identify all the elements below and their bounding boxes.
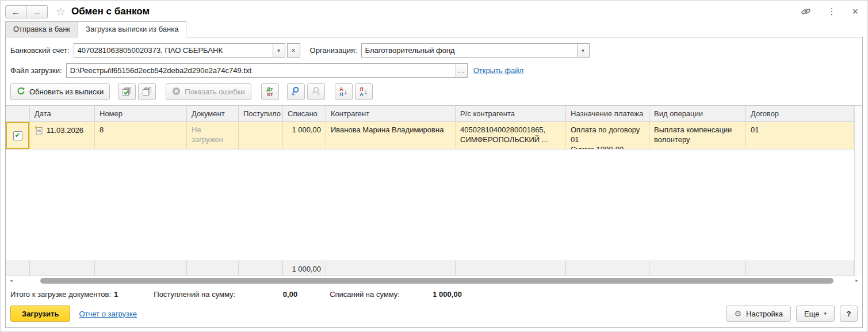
uncheck-all-button[interactable] <box>138 83 156 100</box>
row-contragent-account-cell[interactable]: 40502810400280001865, СИМФЕРОПОЛЬСКИЙ ..… <box>456 122 566 149</box>
find-button[interactable] <box>287 83 305 100</box>
totals-date-cell <box>30 261 95 276</box>
column-header-contragent[interactable]: Контрагент <box>326 106 456 121</box>
link-icon[interactable] <box>801 6 811 17</box>
more-label: Еще <box>804 310 819 318</box>
titlebar: ← → ☆ Обмен с банком ⋮ × <box>1 1 867 21</box>
organization-input[interactable] <box>362 44 577 57</box>
sort-descending-icon: Я А ↓ <box>360 87 368 97</box>
row-date-cell[interactable]: 11.03.2026 <box>30 122 95 149</box>
column-header-operation-type[interactable]: Вид операции <box>649 106 746 121</box>
accounts-field-row: Банковский счет: ▾ × Организация: ▾ <box>6 37 862 58</box>
table-empty-area <box>6 150 854 261</box>
totals-operation-cell <box>649 261 746 276</box>
bank-account-input[interactable] <box>74 44 273 57</box>
settings-label: Настройка <box>746 310 783 318</box>
check-all-button[interactable] <box>118 83 136 100</box>
totals-contract-cell <box>746 261 854 276</box>
column-header-payment-purpose[interactable]: Назначение платежа <box>566 106 649 121</box>
statements-table: Дата Номер Документ Поступило Списано Ко… <box>6 105 862 276</box>
column-header-select[interactable] <box>6 106 30 121</box>
column-header-number[interactable]: Номер <box>95 106 187 121</box>
tab-send-to-bank[interactable]: Отправка в банк <box>5 21 78 37</box>
dt-kt-postings-button[interactable]: Дт Кт <box>261 83 279 100</box>
refresh-icon <box>17 87 25 97</box>
sort-ascending-button[interactable]: А Я ↓ <box>335 83 353 100</box>
history-nav: ← → <box>5 5 48 18</box>
forward-button[interactable]: → <box>26 5 48 18</box>
open-file-link[interactable]: Открыть файл <box>473 66 523 75</box>
totals-document-cell <box>187 261 239 276</box>
footer-bar: Загрузить Отчет о загрузке ⚙ Настройка Е… <box>6 301 862 327</box>
settings-button[interactable]: ⚙ Настройка <box>726 306 791 322</box>
table-header-row: Дата Номер Документ Поступило Списано Ко… <box>6 106 854 122</box>
more-button[interactable]: Еще ▾ <box>796 306 835 322</box>
horizontal-scrollbar: ◄ ► <box>6 276 862 285</box>
column-header-contract[interactable]: Договор <box>746 106 854 121</box>
row-received-cell[interactable] <box>239 122 283 149</box>
horizontal-scrollbar-thumb[interactable] <box>40 278 833 284</box>
cancel-search-button[interactable] <box>307 83 325 100</box>
totals-received-cell <box>239 261 283 276</box>
column-header-received[interactable]: Поступило <box>239 106 283 121</box>
row-operation-type-cell[interactable]: Выплата компенсации волонтеру <box>649 122 746 149</box>
chevron-down-icon: ▾ <box>824 311 827 316</box>
column-header-written-off[interactable]: Списано <box>283 106 326 121</box>
totals-written-off-cell: 1 000,00 <box>283 261 326 276</box>
file-combo: ... <box>66 63 468 78</box>
tabstrip: Отправка в банк Загрузка выписки из банк… <box>1 21 867 37</box>
sort-descending-button[interactable]: Я А ↓ <box>355 83 373 100</box>
row-date: 11.03.2026 <box>47 125 83 135</box>
close-icon[interactable]: × <box>852 6 858 17</box>
load-button[interactable]: Загрузить <box>10 306 70 322</box>
show-errors-label: Показать ошибки <box>185 87 244 96</box>
row-payment-purpose-cell[interactable]: Оплата по договору 01 Сумма 1000-00... <box>566 122 649 149</box>
summary-docs-value: 1 <box>114 290 118 299</box>
column-header-contragent-account[interactable]: Р/с контрагента <box>456 106 566 121</box>
help-button[interactable]: ? <box>840 306 858 322</box>
back-button[interactable]: ← <box>5 5 26 18</box>
row-checkbox[interactable]: ✔ <box>13 131 22 140</box>
load-statement-panel: Банковский счет: ▾ × Организация: ▾ Файл… <box>5 37 863 328</box>
organization-dropdown-icon[interactable]: ▾ <box>577 44 589 57</box>
scroll-left-icon[interactable]: ◄ <box>8 278 14 283</box>
sort-ascending-icon: А Я ↓ <box>339 87 347 97</box>
row-document-status-cell[interactable]: Не загружен <box>187 122 239 149</box>
organization-label: Организация: <box>310 46 357 55</box>
summary-received-label: Поступлений на сумму: <box>154 290 235 299</box>
tab-load-statement[interactable]: Загрузка выписки из банка <box>78 21 186 37</box>
totals-select-cell <box>6 261 30 276</box>
table-totals-row: 1 000,00 <box>6 261 854 276</box>
table-row[interactable]: ✔ 11.03.2026 8 Не загружен 1 000,00 Иван… <box>6 122 854 150</box>
bank-account-combo: ▾ <box>74 43 285 58</box>
horizontal-scrollbar-track[interactable] <box>17 278 851 284</box>
vertical-scrollbar-track[interactable] <box>854 106 862 276</box>
row-number-cell[interactable]: 8 <box>95 122 187 149</box>
show-errors-button[interactable]: Показать ошибки <box>166 83 251 100</box>
column-header-date[interactable]: Дата <box>30 106 95 121</box>
column-header-document[interactable]: Документ <box>187 106 239 121</box>
uncheck-all-icon <box>142 86 152 98</box>
load-report-link[interactable]: Отчет о загрузке <box>79 310 137 318</box>
bank-account-dropdown-icon[interactable]: ▾ <box>273 44 285 57</box>
bank-account-clear-icon[interactable]: × <box>287 43 300 58</box>
file-label: Файл загрузки: <box>10 66 62 75</box>
scroll-right-icon[interactable]: ► <box>854 278 860 283</box>
summary-written-label: Списаний на сумму: <box>330 290 400 299</box>
check-all-icon <box>122 86 132 98</box>
favorite-star-icon[interactable]: ☆ <box>56 5 66 18</box>
toolbar: Обновить из выписки Показать ошибки <box>6 78 862 105</box>
row-select-cell: ✔ <box>6 122 30 149</box>
row-contract-cell[interactable]: 01 <box>746 122 854 149</box>
more-menu-icon[interactable]: ⋮ <box>827 6 836 17</box>
refresh-from-statement-button[interactable]: Обновить из выписки <box>10 83 110 100</box>
statements-table-main: Дата Номер Документ Поступило Списано Ко… <box>6 106 854 276</box>
browse-file-button[interactable]: ... <box>456 64 467 77</box>
file-field-row: Файл загрузки: ... Открыть файл <box>6 58 862 78</box>
totals-account-cell <box>456 261 566 276</box>
row-written-off-cell[interactable]: 1 000,00 <box>283 122 326 149</box>
row-contragent-cell[interactable]: Иванова Марина Владимировна <box>326 122 456 149</box>
totals-purpose-cell <box>566 261 649 276</box>
checkmark-icon: ✔ <box>14 131 20 140</box>
file-path-input[interactable] <box>67 64 456 77</box>
